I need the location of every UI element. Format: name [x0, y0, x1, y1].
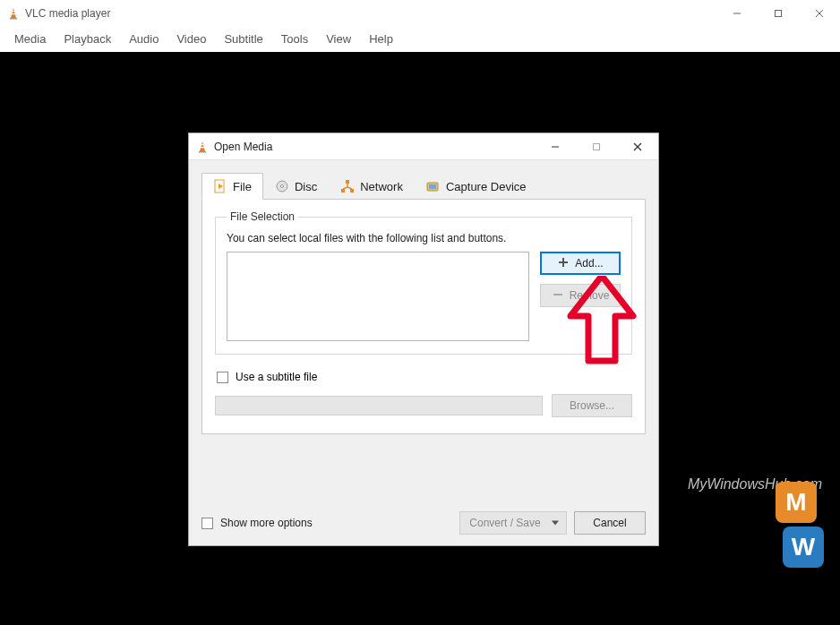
- add-button[interactable]: Add...: [540, 252, 621, 275]
- dropdown-caret-icon: [552, 521, 559, 526]
- svg-rect-1: [10, 18, 17, 20]
- tab-disc-label: Disc: [295, 180, 317, 193]
- file-selection-hint: You can select local files with the foll…: [227, 232, 621, 244]
- cancel-button-label: Cancel: [593, 517, 626, 529]
- show-more-label: Show more options: [220, 517, 313, 529]
- remove-button-label: Remove: [570, 289, 610, 302]
- svg-rect-2: [12, 11, 15, 12]
- open-media-dialog: Open Media File Disc Network Capture Dev…: [188, 133, 659, 546]
- show-more-checkbox[interactable]: [201, 518, 213, 529]
- menu-media[interactable]: Media: [5, 29, 55, 49]
- svg-rect-9: [199, 151, 206, 153]
- vlc-cone-icon: [7, 7, 20, 20]
- menu-playback[interactable]: Playback: [55, 29, 120, 49]
- svg-marker-0: [11, 8, 16, 18]
- svg-rect-20: [346, 180, 349, 184]
- menu-video[interactable]: Video: [167, 29, 215, 49]
- menubar: Media Playback Audio Video Subtitle Tool…: [0, 27, 840, 52]
- convert-save-button[interactable]: Convert / Save: [459, 511, 567, 535]
- tabstrip: File Disc Network Capture Device: [201, 173, 646, 200]
- browse-button-label: Browse...: [570, 399, 614, 412]
- svg-rect-30: [553, 294, 562, 295]
- tab-capture-label: Capture Device: [446, 180, 527, 193]
- plus-icon: [557, 256, 570, 271]
- menu-audio[interactable]: Audio: [120, 29, 167, 49]
- svg-rect-27: [429, 184, 436, 189]
- disc-icon: [275, 179, 289, 193]
- tab-capture[interactable]: Capture Device: [415, 173, 538, 200]
- svg-rect-21: [341, 189, 345, 193]
- dialog-titlebar[interactable]: Open Media: [189, 133, 658, 160]
- main-title: VLC media player: [25, 7, 110, 20]
- svg-rect-3: [12, 13, 16, 14]
- maximize-button[interactable]: [758, 0, 799, 27]
- add-button-label: Add...: [575, 257, 603, 270]
- svg-point-19: [280, 185, 283, 188]
- main-titlebar: VLC media player: [0, 0, 840, 27]
- svg-rect-29: [559, 261, 568, 263]
- file-icon: [213, 179, 227, 193]
- svg-rect-10: [201, 144, 204, 145]
- svg-marker-8: [200, 141, 205, 151]
- subtitle-path-field: [215, 396, 543, 415]
- cancel-button[interactable]: Cancel: [574, 511, 646, 535]
- dialog-minimize-button[interactable]: [535, 133, 576, 160]
- vlc-cone-icon: [196, 141, 209, 153]
- tab-file[interactable]: File: [201, 173, 263, 200]
- menu-tools[interactable]: Tools: [272, 29, 317, 49]
- tab-file-label: File: [233, 180, 252, 193]
- dialog-close-button[interactable]: [617, 133, 658, 160]
- file-selection-legend: File Selection: [227, 210, 298, 223]
- network-icon: [340, 179, 355, 193]
- remove-button: Remove: [540, 284, 621, 307]
- tab-network-label: Network: [360, 180, 403, 193]
- tab-network[interactable]: Network: [329, 173, 415, 200]
- minimize-button[interactable]: [716, 0, 758, 27]
- menu-help[interactable]: Help: [360, 29, 402, 49]
- dialog-title: Open Media: [214, 141, 272, 153]
- minus-icon: [552, 288, 564, 304]
- convert-save-label: Convert / Save: [469, 517, 540, 529]
- svg-rect-11: [201, 147, 205, 148]
- svg-rect-5: [776, 11, 782, 17]
- file-list[interactable]: [227, 252, 529, 341]
- menu-subtitle[interactable]: Subtitle: [215, 29, 271, 49]
- svg-rect-22: [350, 189, 354, 193]
- file-selection-group: File Selection You can select local file…: [215, 210, 632, 355]
- browse-button: Browse...: [552, 394, 632, 417]
- subtitle-checkbox-label: Use a subtitle file: [236, 371, 317, 383]
- capture-icon: [426, 179, 441, 193]
- tab-panel-file: File Selection You can select local file…: [201, 199, 646, 434]
- close-button[interactable]: [799, 0, 840, 27]
- svg-line-25: [347, 187, 352, 189]
- tab-disc[interactable]: Disc: [263, 173, 329, 200]
- subtitle-checkbox[interactable]: [217, 372, 228, 383]
- dialog-maximize-button[interactable]: [576, 133, 617, 160]
- svg-line-24: [343, 187, 347, 189]
- menu-view[interactable]: View: [317, 29, 360, 49]
- svg-rect-13: [594, 144, 600, 150]
